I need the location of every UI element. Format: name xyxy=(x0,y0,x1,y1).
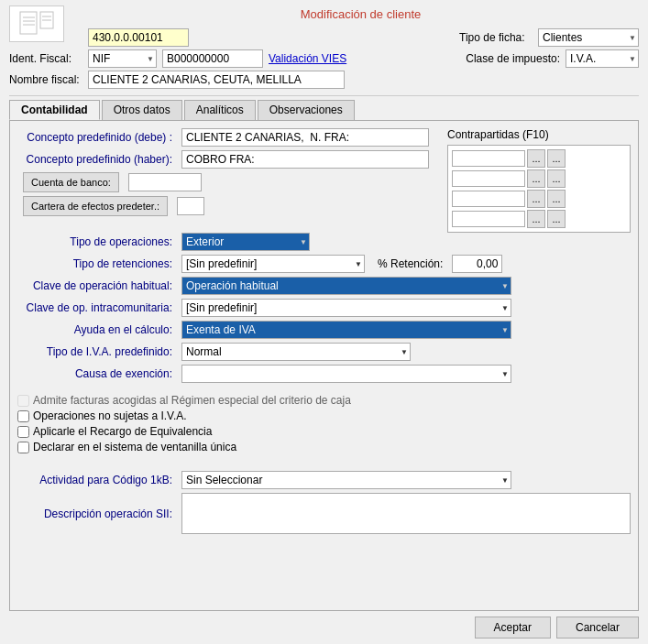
admite-facturas-checkbox[interactable] xyxy=(17,395,29,407)
retencion-input[interactable] xyxy=(452,255,502,273)
declarar-ventanilla-checkbox[interactable] xyxy=(17,442,29,453)
aplicarle-recargo-checkbox[interactable] xyxy=(17,426,29,438)
operaciones-no-sujetas-row: Operaciones no sujetas a I.V.A. xyxy=(17,409,631,422)
clase-impuesto-select[interactable]: I.V.A. xyxy=(566,49,639,68)
descripcion-row: Descripción operación SII: xyxy=(17,493,631,534)
clave-intracomunitaria-row: Clave de op. intracomunitaria: [Sin pred… xyxy=(17,299,631,317)
concepto-haber-input[interactable] xyxy=(181,150,429,169)
main-panel: Concepto predefinido (debe) : Concepto p… xyxy=(9,120,639,611)
bottom-bar: Aceptar Cancelar xyxy=(0,611,648,644)
tab-observaciones[interactable]: Observaciones xyxy=(258,100,355,120)
contrapartidas-title: Contrapartidas (F10) xyxy=(447,128,631,141)
ident-fiscal-type-wrap: NIF xyxy=(88,49,157,68)
cuenta-banco-row: Cuenta de banco: xyxy=(17,172,440,192)
ayuda-calculo-label: Ayuda en el cálculo: xyxy=(17,323,178,336)
clave-habitual-select[interactable]: Operación habitual xyxy=(181,277,511,295)
cuenta-input[interactable] xyxy=(88,28,189,47)
cancelar-button[interactable]: Cancelar xyxy=(556,617,639,639)
clave-habitual-label: Clave de operación habitual: xyxy=(17,279,178,292)
main-window: Modificación de cliente Cuenta: Tipo de … xyxy=(0,0,648,644)
contra-btn-4b[interactable]: ... xyxy=(547,210,566,228)
validacion-vies-link[interactable]: Validación VIES xyxy=(269,52,346,65)
nombre-fiscal-label: Nombre fiscal: xyxy=(9,73,82,86)
concepto-debe-row: Concepto predefinido (debe) : xyxy=(17,128,440,147)
clave-habitual-row: Clave de operación habitual: Operación h… xyxy=(17,277,631,295)
ayuda-calculo-row: Ayuda en el cálculo: Exenta de IVA xyxy=(17,321,631,339)
concepto-haber-label: Concepto predefinido (haber): xyxy=(17,153,178,166)
contra-input-3a[interactable] xyxy=(452,191,525,207)
contra-btn-1b[interactable]: ... xyxy=(547,149,566,168)
cartera-input[interactable] xyxy=(177,197,204,215)
causa-exencion-label: Causa de exención: xyxy=(17,367,178,380)
cartera-row: Cartera de efectos predeter.: xyxy=(17,196,440,216)
cartera-btn[interactable]: Cartera de efectos predeter.: xyxy=(23,196,168,216)
contra-btn-2a[interactable]: ... xyxy=(527,169,545,188)
tabs: Contabilidad Otros datos Analíticos Obse… xyxy=(9,100,639,120)
tipo-iva-label: Tipo de I.V.A. predefinido: xyxy=(17,345,178,358)
tab-contabilidad[interactable]: Contabilidad xyxy=(9,100,100,120)
svg-rect-0 xyxy=(20,12,37,34)
tipo-operaciones-select[interactable]: Exterior Interior xyxy=(181,233,310,251)
clave-intracomunitaria-select[interactable]: [Sin predefinir] xyxy=(181,299,511,317)
tab-otros-datos[interactable]: Otros datos xyxy=(102,100,182,120)
causa-exencion-select[interactable] xyxy=(181,365,511,383)
window-title: Modificación de cliente xyxy=(301,7,422,21)
operaciones-no-sujetas-checkbox[interactable] xyxy=(17,410,29,422)
descripcion-label: Descripción operación SII: xyxy=(17,508,178,520)
cartera-label: Cartera de efectos predeter.: xyxy=(17,196,173,216)
nombre-fiscal-input[interactable] xyxy=(88,71,345,89)
tipo-ficha-label: Tipo de ficha: xyxy=(459,31,533,44)
ident-fiscal-label: Ident. Fiscal: xyxy=(9,52,82,65)
contra-btn-4a[interactable]: ... xyxy=(527,210,545,228)
tipo-iva-row: Tipo de I.V.A. predefinido: Normal xyxy=(17,343,631,361)
contra-row-3: ... ... xyxy=(452,190,626,208)
contra-btn-3b[interactable]: ... xyxy=(547,190,566,208)
clave-intracomunitaria-wrap: [Sin predefinir] xyxy=(181,299,511,317)
contra-btn-2b[interactable]: ... xyxy=(547,169,566,188)
tipo-retenciones-wrap: [Sin predefinir] xyxy=(181,255,365,273)
tabs-container: Contabilidad Otros datos Analíticos Obse… xyxy=(0,96,648,120)
ayuda-calculo-select[interactable]: Exenta de IVA xyxy=(181,321,511,339)
contra-row-2: ... ... xyxy=(452,169,626,188)
contra-input-4a[interactable] xyxy=(452,211,525,227)
tipo-operaciones-wrap: Exterior Interior xyxy=(181,233,310,251)
clase-impuesto-wrap: I.V.A. xyxy=(566,49,639,68)
aceptar-button[interactable]: Aceptar xyxy=(475,617,551,639)
ident-fiscal-num-input[interactable] xyxy=(162,49,263,68)
tipo-retenciones-row: Tipo de retenciones: [Sin predefinir] % … xyxy=(17,255,631,273)
tab-analiticos[interactable]: Analíticos xyxy=(184,100,256,120)
cuenta-banco-input[interactable] xyxy=(128,173,202,191)
actividad-label: Actividad para Código 1kB: xyxy=(17,474,178,486)
concepto-debe-label: Concepto predefinido (debe) : xyxy=(17,131,178,144)
tipo-operaciones-label: Tipo de operaciones: xyxy=(17,235,178,248)
causa-exencion-row: Causa de exención: xyxy=(17,365,631,383)
cuenta-banco-label: Cuenta de banco: xyxy=(17,172,125,192)
actividad-wrap: Sin Seleccionar xyxy=(181,471,511,489)
tipo-iva-select[interactable]: Normal xyxy=(181,343,411,361)
tipo-ficha-select[interactable]: Clientes xyxy=(538,28,639,47)
contra-input-1a[interactable] xyxy=(452,150,525,167)
ayuda-calculo-wrap: Exenta de IVA xyxy=(181,321,511,339)
actividad-select[interactable]: Sin Seleccionar xyxy=(181,471,511,489)
contra-row-1: ... ... xyxy=(452,149,626,168)
clave-habitual-wrap: Operación habitual xyxy=(181,277,511,295)
contra-btn-3a[interactable]: ... xyxy=(527,190,545,208)
descripcion-textarea[interactable] xyxy=(181,493,631,534)
concepto-debe-input[interactable] xyxy=(181,128,429,147)
right-column: Contrapartidas (F10) ... ... ... ... xyxy=(447,128,631,233)
declarar-ventanilla-row: Declarar en el sistema de ventanilla úni… xyxy=(17,441,631,453)
actividad-row: Actividad para Código 1kB: Sin Seleccion… xyxy=(17,471,631,489)
aplicarle-recargo-row: Aplicarle el Recargo de Equivalencia xyxy=(17,425,631,438)
contra-input-2a[interactable] xyxy=(452,170,525,187)
retencion-label: % Retención: xyxy=(378,257,443,270)
tipo-operaciones-row: Tipo de operaciones: Exterior Interior xyxy=(17,233,631,251)
top-section: Concepto predefinido (debe) : Concepto p… xyxy=(17,128,631,233)
admite-facturas-row: Admite facturas acogidas al Régimen espe… xyxy=(17,394,631,407)
document-icon xyxy=(18,10,55,38)
cuenta-banco-btn[interactable]: Cuenta de banco: xyxy=(23,172,119,192)
tipo-retenciones-select[interactable]: [Sin predefinir] xyxy=(181,255,365,273)
contra-btn-1a[interactable]: ... xyxy=(527,149,545,168)
ident-fiscal-type-select[interactable]: NIF xyxy=(88,49,157,68)
tipo-iva-wrap: Normal xyxy=(181,343,411,361)
clase-impuesto-label: Clase de impuesto: xyxy=(466,52,560,65)
